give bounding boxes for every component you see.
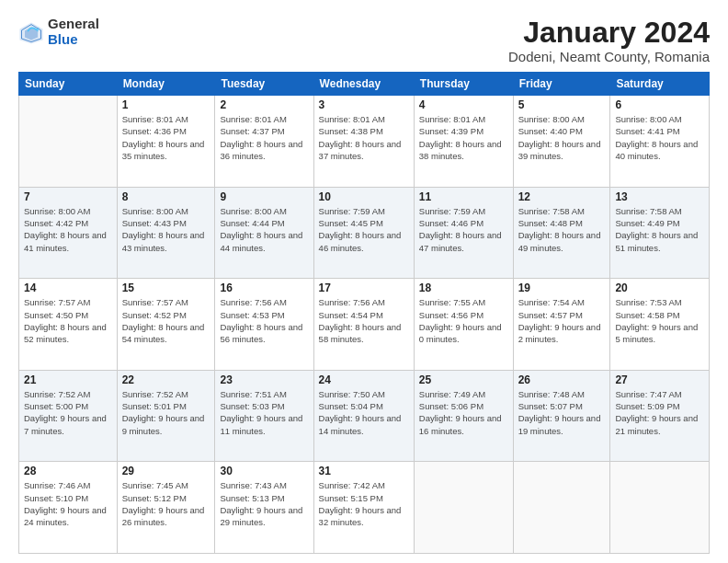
table-row: 20Sunrise: 7:53 AMSunset: 4:58 PMDayligh…	[610, 279, 710, 371]
day-info: Sunrise: 7:48 AMSunset: 5:07 PMDaylight:…	[518, 388, 606, 437]
table-row: 21Sunrise: 7:52 AMSunset: 5:00 PMDayligh…	[19, 370, 118, 462]
header: General Blue January 2024 Dodeni, Neamt …	[18, 17, 710, 64]
day-number: 10	[319, 190, 409, 203]
header-monday: Monday	[117, 73, 215, 96]
title-section: January 2024 Dodeni, Neamt County, Roman…	[508, 17, 710, 64]
day-info: Sunrise: 7:54 AMSunset: 4:57 PMDaylight:…	[518, 296, 606, 345]
day-number: 11	[419, 190, 508, 203]
table-row: 28Sunrise: 7:46 AMSunset: 5:10 PMDayligh…	[19, 462, 118, 554]
header-tuesday: Tuesday	[215, 73, 313, 96]
day-number: 12	[518, 190, 606, 203]
day-number: 20	[615, 282, 704, 294]
calendar-week-row: 21Sunrise: 7:52 AMSunset: 5:00 PMDayligh…	[19, 370, 710, 462]
day-info: Sunrise: 7:46 AMSunset: 5:10 PMDaylight:…	[24, 479, 112, 528]
table-row: 10Sunrise: 7:59 AMSunset: 4:45 PMDayligh…	[313, 187, 414, 279]
day-info: Sunrise: 7:47 AMSunset: 5:09 PMDaylight:…	[615, 388, 704, 437]
day-info: Sunrise: 7:58 AMSunset: 4:49 PMDaylight:…	[615, 205, 704, 254]
day-number: 24	[319, 373, 409, 386]
table-row	[610, 462, 710, 554]
day-info: Sunrise: 7:51 AMSunset: 5:03 PMDaylight:…	[220, 388, 308, 437]
day-number: 27	[615, 373, 704, 386]
table-row: 9Sunrise: 8:00 AMSunset: 4:44 PMDaylight…	[215, 187, 313, 279]
table-row: 18Sunrise: 7:55 AMSunset: 4:56 PMDayligh…	[414, 279, 513, 371]
day-number: 8	[122, 190, 210, 203]
day-info: Sunrise: 7:49 AMSunset: 5:06 PMDaylight:…	[419, 388, 508, 437]
day-number: 5	[518, 98, 606, 111]
day-number: 23	[220, 373, 308, 386]
day-number: 26	[518, 373, 606, 386]
table-row: 3Sunrise: 8:01 AMSunset: 4:38 PMDaylight…	[313, 96, 414, 188]
table-row: 4Sunrise: 8:01 AMSunset: 4:39 PMDaylight…	[414, 96, 513, 188]
day-number: 25	[419, 373, 508, 386]
day-number: 1	[122, 98, 210, 111]
day-number: 30	[220, 465, 308, 477]
table-row: 17Sunrise: 7:56 AMSunset: 4:54 PMDayligh…	[313, 279, 414, 371]
day-number: 2	[220, 98, 308, 111]
day-info: Sunrise: 8:00 AMSunset: 4:44 PMDaylight:…	[220, 205, 308, 254]
table-row: 30Sunrise: 7:43 AMSunset: 5:13 PMDayligh…	[215, 462, 313, 554]
day-info: Sunrise: 7:55 AMSunset: 4:56 PMDaylight:…	[419, 296, 508, 345]
day-info: Sunrise: 7:59 AMSunset: 4:46 PMDaylight:…	[419, 205, 508, 254]
day-info: Sunrise: 8:01 AMSunset: 4:39 PMDaylight:…	[419, 113, 508, 162]
day-info: Sunrise: 8:01 AMSunset: 4:38 PMDaylight:…	[319, 113, 409, 162]
day-number: 28	[24, 465, 112, 477]
day-info: Sunrise: 7:42 AMSunset: 5:15 PMDaylight:…	[319, 479, 409, 528]
table-row	[414, 462, 513, 554]
table-row: 24Sunrise: 7:50 AMSunset: 5:04 PMDayligh…	[313, 370, 414, 462]
calendar-title: January 2024	[508, 17, 710, 49]
table-row: 11Sunrise: 7:59 AMSunset: 4:46 PMDayligh…	[414, 187, 513, 279]
table-row: 19Sunrise: 7:54 AMSunset: 4:57 PMDayligh…	[513, 279, 610, 371]
day-number: 14	[24, 282, 112, 294]
day-info: Sunrise: 7:43 AMSunset: 5:13 PMDaylight:…	[220, 479, 308, 528]
day-info: Sunrise: 7:53 AMSunset: 4:58 PMDaylight:…	[615, 296, 704, 345]
day-number: 3	[319, 98, 409, 111]
calendar-week-row: 14Sunrise: 7:57 AMSunset: 4:50 PMDayligh…	[19, 279, 710, 371]
day-info: Sunrise: 7:45 AMSunset: 5:12 PMDaylight:…	[122, 479, 210, 528]
day-number: 31	[319, 465, 409, 477]
table-row: 2Sunrise: 8:01 AMSunset: 4:37 PMDaylight…	[215, 96, 313, 188]
day-info: Sunrise: 8:00 AMSunset: 4:41 PMDaylight:…	[615, 113, 704, 162]
day-info: Sunrise: 8:01 AMSunset: 4:36 PMDaylight:…	[122, 113, 210, 162]
table-row: 23Sunrise: 7:51 AMSunset: 5:03 PMDayligh…	[215, 370, 313, 462]
day-number: 13	[615, 190, 704, 203]
table-row: 6Sunrise: 8:00 AMSunset: 4:41 PMDaylight…	[610, 96, 710, 188]
table-row: 13Sunrise: 7:58 AMSunset: 4:49 PMDayligh…	[610, 187, 710, 279]
day-number: 18	[419, 282, 508, 294]
day-info: Sunrise: 7:57 AMSunset: 4:52 PMDaylight:…	[122, 296, 210, 345]
day-info: Sunrise: 7:59 AMSunset: 4:45 PMDaylight:…	[319, 205, 409, 254]
day-number: 16	[220, 282, 308, 294]
table-row: 26Sunrise: 7:48 AMSunset: 5:07 PMDayligh…	[513, 370, 610, 462]
day-number: 19	[518, 282, 606, 294]
day-info: Sunrise: 7:58 AMSunset: 4:48 PMDaylight:…	[518, 205, 606, 254]
day-number: 29	[122, 465, 210, 477]
table-row: 8Sunrise: 8:00 AMSunset: 4:43 PMDaylight…	[117, 187, 215, 279]
day-info: Sunrise: 7:52 AMSunset: 5:01 PMDaylight:…	[122, 388, 210, 437]
day-number: 22	[122, 373, 210, 386]
table-row: 16Sunrise: 7:56 AMSunset: 4:53 PMDayligh…	[215, 279, 313, 371]
day-number: 6	[615, 98, 704, 111]
day-info: Sunrise: 8:01 AMSunset: 4:37 PMDaylight:…	[220, 113, 308, 162]
calendar-week-row: 1Sunrise: 8:01 AMSunset: 4:36 PMDaylight…	[19, 96, 710, 188]
day-info: Sunrise: 8:00 AMSunset: 4:43 PMDaylight:…	[122, 205, 210, 254]
day-info: Sunrise: 7:56 AMSunset: 4:54 PMDaylight:…	[319, 296, 409, 345]
table-row: 29Sunrise: 7:45 AMSunset: 5:12 PMDayligh…	[117, 462, 215, 554]
day-number: 9	[220, 190, 308, 203]
header-saturday: Saturday	[610, 73, 710, 96]
calendar-table: Sunday Monday Tuesday Wednesday Thursday…	[18, 72, 710, 554]
day-info: Sunrise: 8:00 AMSunset: 4:40 PMDaylight:…	[518, 113, 606, 162]
logo: General Blue	[18, 17, 99, 47]
day-number: 17	[319, 282, 409, 294]
table-row: 14Sunrise: 7:57 AMSunset: 4:50 PMDayligh…	[19, 279, 118, 371]
calendar-subtitle: Dodeni, Neamt County, Romania	[508, 49, 710, 64]
table-row: 12Sunrise: 7:58 AMSunset: 4:48 PMDayligh…	[513, 187, 610, 279]
logo-blue: Blue	[48, 32, 99, 48]
header-friday: Friday	[513, 73, 610, 96]
logo-text: General Blue	[48, 17, 99, 47]
table-row: 15Sunrise: 7:57 AMSunset: 4:52 PMDayligh…	[117, 279, 215, 371]
header-sunday: Sunday	[19, 73, 118, 96]
table-row	[19, 96, 118, 188]
table-row: 5Sunrise: 8:00 AMSunset: 4:40 PMDaylight…	[513, 96, 610, 188]
logo-icon	[18, 19, 44, 45]
day-info: Sunrise: 7:56 AMSunset: 4:53 PMDaylight:…	[220, 296, 308, 345]
calendar-week-row: 28Sunrise: 7:46 AMSunset: 5:10 PMDayligh…	[19, 462, 710, 554]
